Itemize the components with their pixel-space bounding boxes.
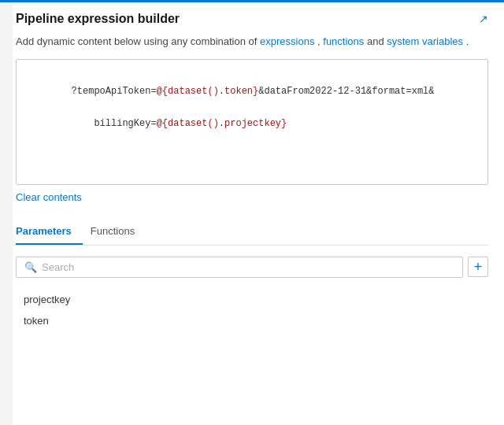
panel-header: Pipeline expression builder ↗ <box>0 2 504 34</box>
panel-body: Add dynamic content below using any comb… <box>0 34 504 350</box>
clear-contents-button[interactable]: Clear contents <box>16 191 82 203</box>
tabs-header: Parameters Functions <box>16 220 488 246</box>
search-input[interactable] <box>42 261 454 273</box>
search-icon: 🔍 <box>24 261 37 273</box>
tab-functions[interactable]: Functions <box>91 220 146 245</box>
expression-editor[interactable]: ?tempoApiToken=@{dataset().token}&dataFr… <box>16 59 488 185</box>
add-parameter-button[interactable]: + <box>468 257 488 277</box>
expr-dynamic-1: @{dataset().token} <box>157 86 259 97</box>
param-item-projectkey[interactable]: projectkey <box>16 289 488 310</box>
expr-dynamic-2: @{dataset().projectkey} <box>157 118 287 129</box>
functions-link[interactable]: functions <box>323 35 364 47</box>
tab-parameters[interactable]: Parameters <box>16 220 83 245</box>
expr-indent: billingKey= <box>72 118 157 129</box>
pipeline-expression-builder-panel: Pipeline expression builder ↗ Add dynami… <box>0 0 504 425</box>
search-box: 🔍 <box>16 257 463 278</box>
expr-static-1: ?tempoApiToken= <box>72 86 157 97</box>
search-row: 🔍 + <box>16 257 488 278</box>
param-item-token[interactable]: token <box>16 310 488 331</box>
tabs-section: Parameters Functions 🔍 + projectkey toke… <box>16 220 488 334</box>
expressions-link[interactable]: expressions <box>260 35 314 47</box>
description-text: Add dynamic content below using any comb… <box>16 34 488 50</box>
expr-static-2: &dataFrom2022-12-31&format=xml& <box>258 86 434 97</box>
parameter-list: projectkey token <box>16 286 488 334</box>
expression-text: ?tempoApiToken=@{dataset().token}&dataFr… <box>26 68 478 148</box>
system-variables-link[interactable]: system variables <box>387 35 463 47</box>
description-suffix: . <box>466 35 469 47</box>
panel-title: Pipeline expression builder <box>16 12 180 26</box>
description-sep2: and <box>367 35 387 47</box>
expand-icon[interactable]: ↗ <box>479 13 488 25</box>
left-sidebar-bar <box>0 2 13 425</box>
description-prefix: Add dynamic content below using any comb… <box>16 35 260 47</box>
